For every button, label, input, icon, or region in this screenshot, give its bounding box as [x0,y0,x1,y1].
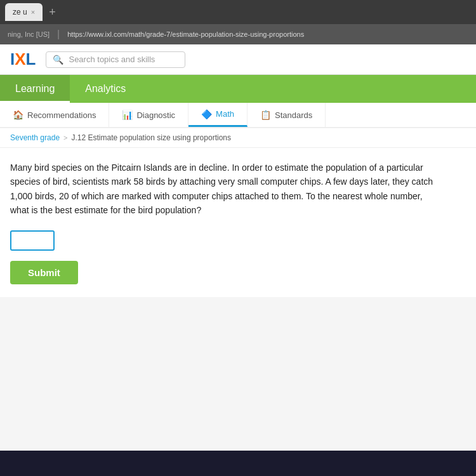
tab-standards[interactable]: 📋 Standards [248,103,326,127]
math-icon: 🔷 [201,109,212,119]
answer-input[interactable] [10,230,55,251]
tab-recommendations[interactable]: 🏠 Recommendations [0,103,109,127]
tab-math[interactable]: 🔷 Math [188,103,248,127]
nav-learning-label: Learning [15,83,55,95]
search-icon: 🔍 [53,55,63,65]
site-name: ning, Inc [US] [8,30,50,38]
ixl-logo: IXL [10,50,36,69]
search-bar[interactable]: 🔍 Search topics and skills [46,51,185,68]
logo-l: L [26,50,36,69]
question-text: Many bird species on the Pitcairn Island… [10,161,442,218]
tab-standards-label: Standards [275,110,312,120]
main-content: IXL 🔍 Search topics and skills Learning … [0,44,476,451]
breadcrumb-grade[interactable]: Seventh grade [10,133,60,142]
taskbar [0,451,476,476]
diagnostic-icon: 📊 [122,110,133,120]
breadcrumb: Seventh grade > J.12 Estimate population… [0,128,476,148]
tab-close-icon[interactable]: × [31,8,35,16]
breadcrumb-skill: J.12 Estimate population size using prop… [72,133,231,142]
nav-item-analytics[interactable]: Analytics [70,75,141,103]
sub-tabs: 🏠 Recommendations 📊 Diagnostic 🔷 Math 📋 … [0,103,476,128]
ixl-header: IXL 🔍 Search topics and skills [0,44,476,75]
standards-icon: 📋 [260,110,271,120]
recommendations-icon: 🏠 [13,110,23,120]
question-area: Many bird species on the Pitcairn Island… [0,148,476,297]
breadcrumb-separator: > [63,134,67,142]
url-display[interactable]: https://www.ixl.com/math/grade-7/estimat… [67,30,304,38]
tab-recommendations-label: Recommendations [27,110,96,120]
logo-x: X [15,50,25,69]
new-tab-button[interactable]: + [45,6,60,19]
search-placeholder: Search topics and skills [69,55,155,64]
nav-item-learning[interactable]: Learning [0,75,70,103]
url-separator: | [57,29,60,40]
address-bar: ning, Inc [US] | https://www.ixl.com/mat… [0,24,476,44]
active-tab[interactable]: ze u × [5,3,43,21]
tab-diagnostic[interactable]: 📊 Diagnostic [109,103,188,127]
green-nav: Learning Analytics [0,75,476,103]
tab-bar: ze u × + [5,3,60,21]
tab-diagnostic-label: Diagnostic [136,110,175,120]
tab-math-label: Math [216,109,234,119]
browser-chrome: ze u × + [0,0,476,24]
tab-label: ze u [13,8,27,17]
nav-analytics-label: Analytics [85,83,126,95]
submit-button[interactable]: Submit [10,261,78,284]
